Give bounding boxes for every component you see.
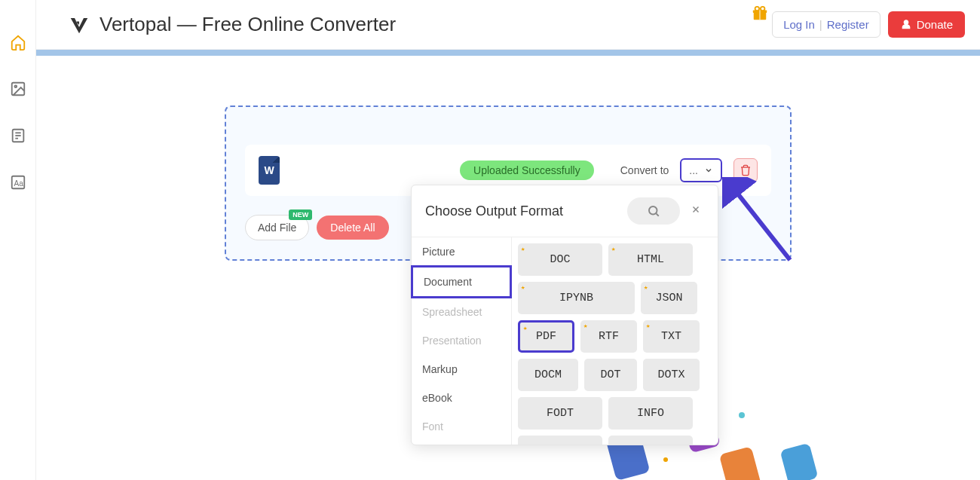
auth-box: Log In | Register	[772, 11, 880, 38]
convert-to-label: Convert to	[620, 164, 669, 176]
login-link[interactable]: Log In	[783, 18, 815, 31]
category-presentation[interactable]: Presentation	[412, 326, 511, 355]
category-ebook[interactable]: eBook	[412, 384, 511, 412]
logo-icon	[68, 14, 90, 36]
delete-file-button[interactable]	[733, 158, 758, 182]
gift-icon	[752, 5, 768, 26]
header-right: Log In | Register Donate	[752, 11, 965, 38]
sidebar: Aa	[0, 0, 36, 480]
format-ipynb[interactable]: IPYNB	[518, 282, 635, 314]
format-docm[interactable]: DOCM	[518, 359, 578, 391]
category-list: Picture Document Spreadsheet Presentatio…	[412, 237, 512, 445]
upload-status: Uploaded Successfully	[460, 161, 594, 180]
svg-point-13	[649, 206, 657, 215]
format-dotx[interactable]: DOTX	[643, 359, 700, 391]
category-picture[interactable]: Picture	[412, 237, 511, 266]
word-file-icon: W	[259, 156, 280, 185]
format-csljson[interactable]: CSLJSON	[608, 436, 693, 445]
delete-all-button[interactable]: Delete All	[317, 216, 388, 240]
donate-button[interactable]: Donate	[888, 11, 965, 38]
chevron-down-icon	[704, 166, 713, 175]
svg-rect-10	[759, 10, 761, 20]
svg-point-12	[761, 6, 765, 11]
format-doc[interactable]: DOC	[518, 243, 602, 276]
register-link[interactable]: Register	[827, 18, 869, 31]
category-spreadsheet[interactable]: Spreadsheet	[412, 298, 511, 326]
svg-text:Aa: Aa	[14, 179, 23, 188]
format-pdf[interactable]: PDF	[518, 320, 574, 353]
svg-point-11	[755, 6, 760, 11]
popup-title: Choose Output Format	[425, 203, 620, 219]
font-icon[interactable]: Aa	[10, 174, 26, 191]
format-list[interactable]: DOC HTML IPYNB JSON PDF RTF TXT DOCM DOT…	[512, 237, 718, 445]
format-selector[interactable]: ...	[680, 158, 722, 182]
popup-body: Picture Document Spreadsheet Presentatio…	[412, 237, 718, 445]
format-popup: Choose Output Format Picture Document Sp…	[411, 185, 718, 445]
search-button[interactable]	[627, 197, 680, 225]
format-json[interactable]: JSON	[641, 282, 697, 314]
home-icon[interactable]	[10, 34, 26, 50]
format-json2[interactable]: JSON	[518, 436, 602, 445]
format-txt[interactable]: TXT	[643, 320, 700, 353]
blue-strip	[0, 50, 980, 56]
category-markup[interactable]: Markup	[412, 355, 511, 384]
add-file-button[interactable]: Add File NEW	[245, 215, 309, 240]
donate-icon	[900, 19, 912, 31]
logo[interactable]: Vertopal — Free Online Converter	[68, 13, 396, 36]
category-font[interactable]: Font	[412, 412, 511, 441]
search-icon	[647, 204, 660, 218]
document-icon[interactable]	[10, 127, 26, 144]
close-icon	[691, 204, 701, 215]
format-dot[interactable]: DOT	[584, 359, 637, 391]
close-popup-button[interactable]	[688, 201, 704, 221]
popup-header: Choose Output Format	[412, 185, 718, 237]
new-badge: NEW	[289, 209, 312, 220]
image-icon[interactable]	[10, 81, 26, 97]
format-html[interactable]: HTML	[608, 243, 693, 276]
trash-icon	[740, 164, 752, 176]
top-header: Vertopal — Free Online Converter Log In …	[0, 0, 980, 50]
svg-line-14	[656, 213, 658, 216]
category-document[interactable]: Document	[411, 265, 512, 298]
format-rtf[interactable]: RTF	[580, 320, 637, 353]
svg-point-1	[14, 85, 17, 87]
site-title: Vertopal — Free Online Converter	[100, 13, 396, 36]
format-fodt[interactable]: FODT	[518, 397, 602, 430]
format-info[interactable]: INFO	[608, 397, 693, 430]
